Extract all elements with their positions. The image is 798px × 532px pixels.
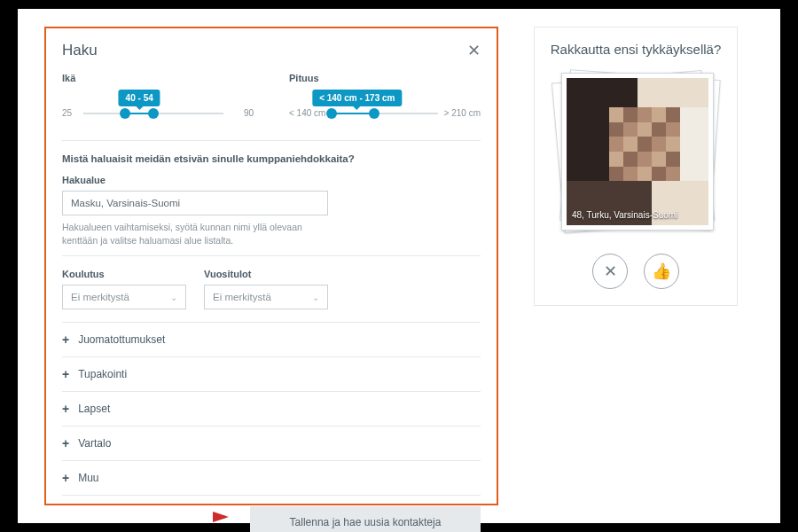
education-value: Ei merkitystä: [71, 292, 129, 302]
height-thumb-low[interactable]: [326, 108, 337, 119]
income-label: Vuositulot: [204, 269, 328, 279]
divider: [62, 140, 481, 141]
plus-icon: +: [62, 436, 69, 450]
age-label: Ikä: [62, 73, 254, 83]
accordion-drinking[interactable]: + Juomatottumukset: [62, 322, 481, 356]
plus-icon: +: [62, 367, 69, 381]
education-label: Koulutus: [62, 269, 186, 279]
accordion-body[interactable]: + Vartalo: [62, 426, 481, 460]
height-label: Pituus: [289, 73, 481, 83]
height-min: < 140 cm: [289, 108, 325, 118]
svg-marker-1: [213, 512, 229, 522]
age-slider[interactable]: 40 - 54: [83, 113, 223, 114]
accordion-label: Vartalo: [78, 437, 111, 450]
age-thumb-low[interactable]: [120, 108, 130, 119]
area-question: Mistä haluaisit meidän etsivän sinulle k…: [62, 153, 481, 164]
match-sidebar: Rakkautta ensi tykkäyksellä? 48, Turku, …: [534, 27, 738, 306]
area-help: Hakualueen vaihtamiseksi, syötä kunnan n…: [62, 221, 328, 246]
chevron-down-icon: ⌄: [170, 293, 177, 302]
accordion-label: Lapset: [78, 403, 110, 415]
height-max: > 210 cm: [444, 108, 481, 118]
search-panel: Haku ✕ Ikä 25 90 40 - 54 Pituus: [44, 27, 498, 505]
chevron-down-icon: ⌄: [312, 293, 319, 302]
height-badge: < 140 cm - 173 cm: [312, 90, 402, 106]
thumbs-up-icon: 👍: [652, 262, 671, 281]
accordion-label: Juomatottumukset: [78, 333, 165, 346]
income-select[interactable]: Ei merkitystä ⌄: [204, 285, 328, 309]
accordion-smoking[interactable]: + Tupakointi: [62, 356, 481, 391]
age-slider-group: Ikä 25 90 40 - 54: [62, 73, 254, 131]
height-thumb-high[interactable]: [369, 108, 379, 119]
close-icon[interactable]: ✕: [467, 41, 481, 60]
education-select[interactable]: Ei merkitystä ⌄: [62, 285, 186, 309]
area-label: Hakualue: [62, 175, 481, 185]
panel-title: Haku: [62, 42, 98, 59]
area-input[interactable]: [62, 191, 328, 215]
age-badge: 40 - 54: [119, 90, 160, 106]
photo-caption: 48, Turku, Varsinais-Suomi: [572, 210, 677, 220]
like-button[interactable]: 👍: [644, 254, 679, 289]
accordion-other[interactable]: + Muu: [62, 460, 481, 495]
plus-icon: +: [62, 332, 69, 347]
dislike-button[interactable]: ✕: [592, 254, 628, 289]
x-icon: ✕: [604, 262, 617, 281]
age-max: 90: [244, 108, 254, 118]
plus-icon: +: [62, 402, 69, 416]
photo-stack[interactable]: 48, Turku, Varsinais-Suomi: [556, 69, 716, 238]
divider: [62, 255, 481, 256]
income-value: Ei merkitystä: [213, 292, 271, 302]
height-slider-group: Pituus < 140 cm > 210 cm < 140 cm - 173 …: [289, 73, 481, 131]
height-slider[interactable]: < 140 cm - 173 cm: [332, 113, 438, 114]
age-min: 25: [62, 108, 72, 118]
sidebar-title: Rakkautta ensi tykkäyksellä?: [547, 42, 724, 57]
plus-icon: +: [62, 471, 69, 485]
accordion-children[interactable]: + Lapset: [62, 391, 481, 426]
accordion-label: Muu: [78, 472, 98, 484]
submit-button[interactable]: Tallenna ja hae uusia kontakteja: [250, 506, 481, 532]
age-thumb-high[interactable]: [148, 108, 159, 119]
annotation-arrow-icon: [80, 508, 231, 526]
accordion-label: Tupakointi: [78, 368, 127, 380]
profile-photo: 48, Turku, Varsinais-Suomi: [567, 78, 708, 225]
